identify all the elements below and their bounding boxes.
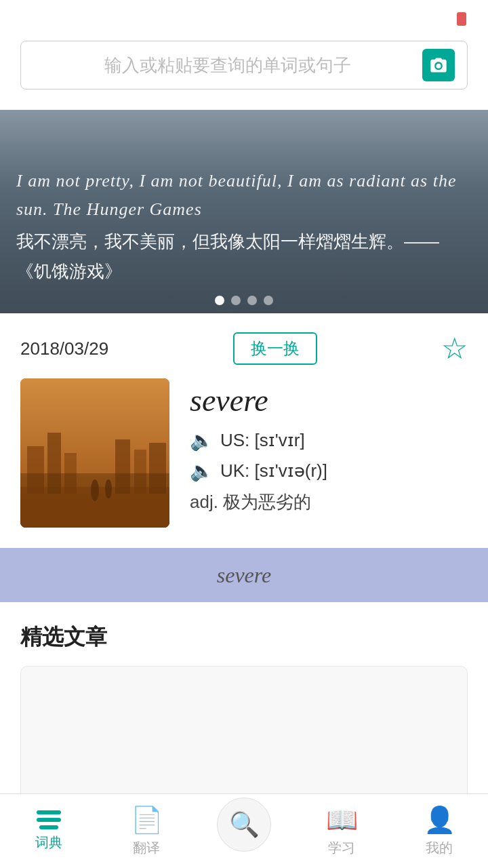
banner-dots [215,296,273,305]
nav-label-learn: 学习 [328,839,355,857]
us-pron-text: US: [sɪ'vɪr] [220,430,305,451]
banner-dot-4[interactable] [264,296,273,305]
nav-item-dict[interactable]: 词典 [8,810,89,852]
word-title: severe [190,382,468,418]
nav-search-button[interactable]: 🔍 [217,797,271,852]
word-definition: adj. 极为恶劣的 [190,490,468,514]
learn-icon: 📖 [326,805,358,835]
search-input[interactable] [33,55,422,76]
nav-item-translate[interactable]: 📄 翻译 [106,805,187,857]
banner-english-text: I am not pretty, I am not beautiful, I a… [16,167,472,223]
uk-pronunciation: 🔈 UK: [sɪ'vɪə(r)] [190,460,468,482]
status-indicator [457,12,466,26]
nav-item-search[interactable]: 🔍 [203,811,285,852]
us-sound-icon[interactable]: 🔈 [190,429,214,452]
dict-icon [37,810,61,829]
bottom-navigation: 词典 📄 翻译 🔍 📖 学习 👤 我的 [0,793,488,868]
nav-label-dict: 词典 [35,833,62,852]
articles-section: 精选文章 [0,602,488,802]
word-date: 2018/03/29 [20,338,108,359]
camera-icon [428,56,449,75]
word-of-day-section: 2018/03/29 换一换 ☆ [0,313,488,528]
nav-item-profile[interactable]: 👤 我的 [399,805,480,857]
swap-button[interactable]: 换一换 [233,332,317,365]
banner-dot-3[interactable] [247,296,257,305]
banner-dot-1[interactable] [215,296,224,305]
camera-button[interactable] [422,49,455,81]
banner-dot-2[interactable] [231,296,241,305]
uk-pron-text: UK: [sɪ'vɪə(r)] [220,460,327,481]
nav-label-profile: 我的 [426,839,453,857]
sandstorm-illustration [20,378,169,528]
articles-section-title: 精选文章 [20,623,468,652]
svg-point-10 [91,479,99,501]
svg-point-0 [436,64,441,68]
nav-search-icon: 🔍 [229,810,260,839]
search-bar[interactable] [20,41,468,90]
svg-rect-12 [20,378,169,528]
us-pronunciation: 🔈 US: [sɪ'vɪr] [190,429,468,452]
word-image [20,378,169,528]
word-card: severe 🔈 US: [sɪ'vɪr] 🔈 UK: [sɪ'vɪə(r)] … [20,378,468,528]
favorite-button[interactable]: ☆ [441,334,468,363]
svg-point-11 [105,479,112,498]
banner-chinese-text: 我不漂亮，我不美丽，但我像太阳一样熠熠生辉。——《饥饿游戏》 [16,226,472,286]
nav-label-translate: 翻译 [133,839,160,857]
word-banner-text: severe [217,563,272,588]
translate-icon: 📄 [131,805,163,835]
nav-item-learn[interactable]: 📖 学习 [301,805,382,857]
word-header: 2018/03/29 换一换 ☆ [20,332,468,365]
svg-rect-2 [20,487,169,528]
article-card[interactable] [20,666,468,802]
svg-rect-9 [20,494,169,528]
word-info: severe 🔈 US: [sɪ'vɪr] 🔈 UK: [sɪ'vɪə(r)] … [190,378,468,514]
banner-slider: I am not pretty, I am not beautiful, I a… [0,110,488,313]
word-banner-bar: severe [0,548,488,602]
profile-icon: 👤 [424,805,455,835]
uk-sound-icon[interactable]: 🔈 [190,460,214,482]
